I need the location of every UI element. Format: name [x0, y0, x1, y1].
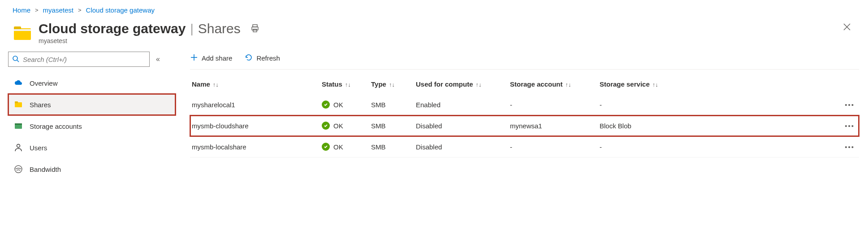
- search-input[interactable]: [8, 52, 150, 67]
- sidebar: « Overview Shares: [0, 48, 176, 180]
- svg-rect-4: [252, 27, 258, 30]
- sidebar-item-users[interactable]: Users: [8, 137, 176, 158]
- breadcrumb-parent[interactable]: myasetest: [43, 6, 73, 14]
- sidebar-item-overview[interactable]: Overview: [8, 72, 176, 94]
- bandwidth-icon: [13, 164, 23, 174]
- sidebar-item-storage-accounts[interactable]: Storage accounts: [8, 115, 176, 137]
- shares-table: Name↑↓ Status↑↓ Type↑↓ Used for compute↑…: [190, 74, 859, 157]
- table-row[interactable]: mysharelocal1 OK SMB Enabled - - •••: [190, 94, 859, 115]
- column-header-account[interactable]: Storage account↑↓: [508, 74, 598, 94]
- refresh-icon: [245, 53, 253, 63]
- cell-name: mysmb-localshare: [190, 136, 320, 157]
- column-header-service[interactable]: Storage service↑↓: [598, 74, 678, 94]
- page-title: Cloud storage gateway: [39, 21, 186, 36]
- sort-icon: ↑↓: [389, 81, 395, 88]
- svg-rect-5: [253, 29, 257, 32]
- main-content: Add share Refresh Name↑↓ Status↑↓ Type↑↓…: [176, 48, 868, 180]
- breadcrumb: Home > myasetest > Cloud storage gateway: [0, 0, 868, 18]
- cell-type: SMB: [369, 115, 414, 136]
- sidebar-item-shares[interactable]: Shares: [8, 94, 176, 115]
- cloud-icon: [13, 78, 23, 88]
- sort-icon: ↑↓: [213, 81, 219, 88]
- svg-point-8: [13, 56, 17, 61]
- cell-compute: Enabled: [414, 94, 508, 115]
- column-header-status[interactable]: Status↑↓: [320, 74, 369, 94]
- sidebar-item-bandwidth[interactable]: Bandwidth: [8, 158, 176, 180]
- ok-icon: [322, 122, 330, 130]
- page-subtitle: myasetest: [39, 37, 838, 44]
- svg-line-9: [17, 60, 19, 62]
- column-header-compute[interactable]: Used for compute↑↓: [414, 74, 508, 94]
- folder-icon: [13, 23, 32, 43]
- breadcrumb-home[interactable]: Home: [13, 6, 30, 14]
- storage-icon: [13, 121, 23, 131]
- sort-icon: ↑↓: [566, 81, 571, 88]
- cell-status: OK: [322, 122, 365, 130]
- table-row[interactable]: mysmb-localshare OK SMB Disabled - - •••: [190, 136, 859, 157]
- cell-type: SMB: [369, 136, 414, 157]
- cell-status: OK: [322, 143, 365, 151]
- svg-rect-11: [15, 101, 18, 103]
- sidebar-item-label: Storage accounts: [30, 122, 82, 130]
- divider: |: [190, 22, 193, 36]
- refresh-label: Refresh: [256, 54, 280, 62]
- chevron-right-icon: >: [78, 7, 82, 13]
- svg-point-14: [17, 144, 20, 148]
- cell-compute: Disabled: [414, 115, 508, 136]
- folder-icon: [13, 100, 23, 109]
- cell-service: -: [598, 136, 678, 157]
- user-icon: [13, 143, 23, 153]
- sort-icon: ↑↓: [652, 81, 658, 88]
- sort-icon: ↑↓: [345, 81, 351, 88]
- cell-service: -: [598, 94, 678, 115]
- toolbar: Add share Refresh: [190, 52, 859, 70]
- cell-account: mynewsa1: [508, 115, 598, 136]
- svg-rect-13: [15, 123, 22, 125]
- cell-name: mysharelocal1: [190, 94, 320, 115]
- table-row[interactable]: mysmb-cloudshare OK SMB Disabled mynewsa…: [190, 115, 859, 136]
- ok-icon: [322, 143, 330, 151]
- svg-rect-2: [14, 29, 31, 31]
- cell-account: -: [508, 136, 598, 157]
- sidebar-item-label: Shares: [30, 101, 51, 109]
- sort-icon: ↑↓: [476, 81, 482, 88]
- column-header-type[interactable]: Type↑↓: [369, 74, 414, 94]
- ok-icon: [322, 101, 330, 109]
- cell-type: SMB: [369, 94, 414, 115]
- print-icon[interactable]: [250, 24, 259, 34]
- close-icon[interactable]: [838, 21, 855, 35]
- row-more-button[interactable]: •••: [678, 136, 859, 157]
- row-more-button[interactable]: •••: [678, 94, 859, 115]
- cell-account: -: [508, 94, 598, 115]
- sidebar-item-label: Bandwidth: [30, 166, 61, 173]
- column-header-name[interactable]: Name↑↓: [190, 74, 320, 94]
- add-share-label: Add share: [202, 54, 232, 62]
- row-more-button[interactable]: •••: [678, 115, 859, 136]
- chevron-right-icon: >: [35, 7, 39, 13]
- cell-status: OK: [322, 101, 365, 109]
- svg-rect-3: [253, 25, 257, 27]
- breadcrumb-current[interactable]: Cloud storage gateway: [86, 6, 155, 14]
- search-icon: [12, 55, 19, 64]
- page-section: Shares: [198, 21, 241, 36]
- add-share-button[interactable]: Add share: [190, 53, 232, 63]
- refresh-button[interactable]: Refresh: [245, 53, 280, 63]
- collapse-icon[interactable]: «: [156, 55, 160, 63]
- sidebar-item-label: Overview: [30, 79, 58, 87]
- cell-name: mysmb-cloudshare: [190, 115, 320, 136]
- sidebar-item-label: Users: [30, 144, 47, 152]
- cell-service: Block Blob: [598, 115, 678, 136]
- cell-compute: Disabled: [414, 136, 508, 157]
- search-field[interactable]: [22, 55, 146, 64]
- plus-icon: [190, 53, 198, 63]
